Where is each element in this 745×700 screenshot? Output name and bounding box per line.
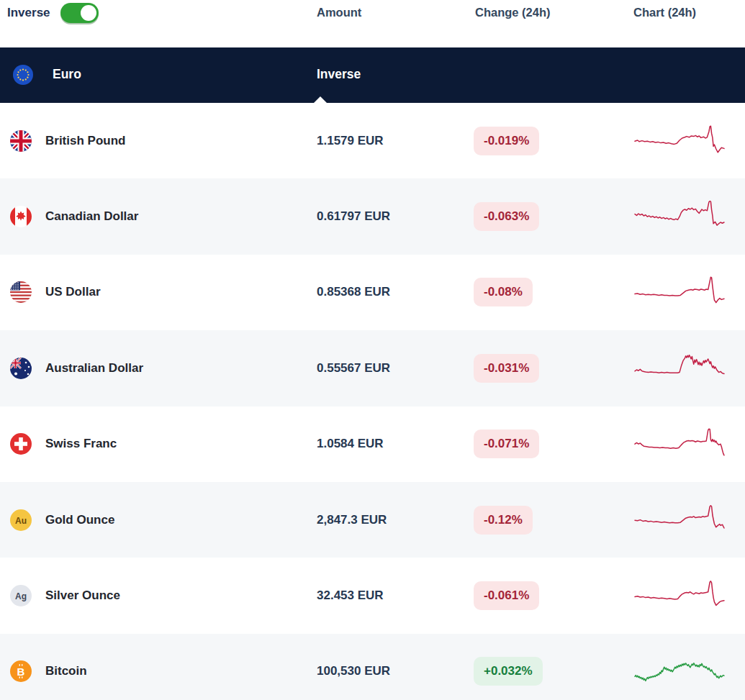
amount-value: 1.1579 EUR — [317, 134, 384, 148]
currency-name: Swiss Franc — [45, 437, 117, 451]
currency-name: Silver Ounce — [45, 588, 120, 603]
inverse-toggle[interactable] — [60, 3, 99, 23]
change-badge: -0.071% — [474, 429, 539, 458]
gb-flag-icon — [10, 130, 32, 152]
us-flag-icon — [10, 281, 32, 303]
change-badge: +0.032% — [474, 657, 543, 686]
amount-value: 2,847.3 EUR — [317, 513, 387, 527]
inverse-label: Inverse — [7, 6, 50, 20]
eu-flag-icon — [13, 65, 33, 85]
currency-rates-app: Inverse Amount Change (24h) Chart (24h) … — [0, 0, 745, 700]
column-header-chart: Chart (24h) — [633, 6, 696, 19]
currency-row-gold[interactable]: AuGold Ounce2,847.3 EUR-0.12% — [0, 482, 745, 558]
change-value: -0.12% — [484, 513, 523, 527]
svg-text:Ag: Ag — [15, 591, 27, 601]
currency-name: Australian Dollar — [45, 361, 143, 376]
column-header-amount: Amount — [317, 6, 361, 19]
change-badge: -0.08% — [474, 278, 533, 306]
sparkline-chart — [633, 575, 727, 617]
sparkline-chart — [633, 423, 727, 465]
sparkline-chart — [633, 347, 727, 389]
change-value: -0.08% — [484, 285, 523, 299]
column-header-change: Change (24h) — [475, 6, 551, 19]
amount-value: 0.85368 EUR — [317, 285, 390, 299]
silver-icon: Ag — [10, 585, 32, 606]
currency-name: Gold Ounce — [45, 513, 114, 527]
change-value: -0.061% — [484, 588, 529, 602]
table-header-row: Inverse Amount Change (24h) Chart (24h) — [0, 0, 745, 47]
gold-icon: Au — [10, 509, 32, 531]
currency-row-ch-flag[interactable]: Swiss Franc1.0584 EUR-0.071% — [0, 406, 745, 482]
currency-row-au-flag[interactable]: Australian Dollar0.55567 EUR-0.031% — [0, 330, 745, 406]
change-badge: -0.019% — [474, 127, 539, 155]
change-badge: -0.031% — [474, 354, 539, 383]
change-value: -0.063% — [484, 209, 529, 223]
currency-row-gb-flag[interactable]: British Pound1.1579 EUR-0.019% — [0, 103, 745, 178]
sparkline-chart — [633, 196, 727, 237]
currency-row-silver[interactable]: AgSilver Ounce32.453 EUR-0.061% — [0, 558, 745, 633]
currency-rows-list: British Pound1.1579 EUR-0.019%Canadian D… — [0, 103, 745, 700]
sparkline-chart — [633, 271, 727, 313]
currency-row-btc[interactable]: BBitcoin100,530 EUR+0.032% — [0, 634, 745, 700]
change-badge: -0.061% — [474, 581, 539, 610]
base-currency-name: Euro — [53, 67, 81, 82]
amount-value: 0.55567 EUR — [317, 361, 390, 376]
currency-row-ca-flag[interactable]: Canadian Dollar0.61797 EUR-0.063% — [0, 178, 745, 254]
change-badge: -0.063% — [474, 202, 539, 231]
toggle-knob — [81, 5, 96, 21]
change-badge: -0.12% — [474, 506, 533, 535]
svg-text:Au: Au — [15, 515, 27, 525]
btc-icon: B — [10, 660, 32, 682]
ca-flag-icon — [10, 206, 32, 227]
currency-name: Bitcoin — [45, 664, 87, 678]
amount-value: 32.453 EUR — [317, 588, 384, 603]
change-value: -0.031% — [484, 361, 529, 375]
amount-value: 100,530 EUR — [317, 664, 390, 678]
sparkline-chart — [633, 650, 727, 692]
currency-name: Canadian Dollar — [45, 209, 138, 224]
au-flag-icon — [10, 358, 32, 379]
currency-row-us-flag[interactable]: US Dollar0.85368 EUR-0.08% — [0, 255, 745, 330]
sparkline-chart — [633, 499, 727, 541]
currency-name: British Pound — [45, 134, 125, 148]
base-currency-row[interactable]: Euro Inverse — [0, 47, 745, 103]
change-value: -0.019% — [484, 134, 529, 147]
change-value: -0.071% — [484, 437, 529, 450]
change-value: +0.032% — [484, 664, 533, 678]
caret-up-notch — [314, 96, 327, 103]
currency-name: US Dollar — [45, 285, 101, 299]
ch-flag-icon — [10, 433, 32, 455]
base-inverse-column-label: Inverse — [317, 67, 361, 82]
sparkline-chart — [633, 120, 727, 162]
amount-value: 0.61797 EUR — [317, 209, 390, 224]
amount-value: 1.0584 EUR — [317, 437, 384, 451]
svg-text:B: B — [17, 665, 25, 678]
